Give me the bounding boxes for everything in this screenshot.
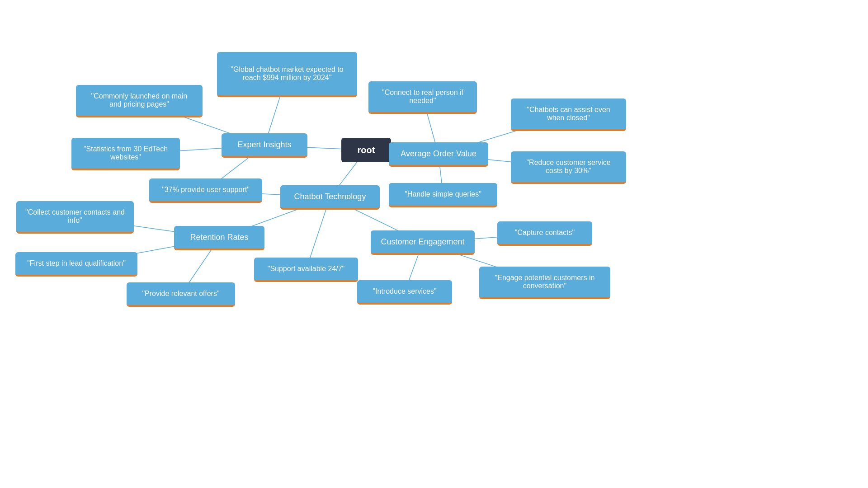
node-q_connect_real[interactable]: "Connect to real person if needed" (368, 81, 477, 114)
mind-map: rootExpert InsightsChatbot TechnologyRet… (0, 0, 868, 488)
node-q_reduce_costs[interactable]: "Reduce customer service costs by 30%" (511, 151, 626, 184)
node-q_global_chatbot[interactable]: "Global chatbot market expected to reach… (217, 52, 357, 97)
node-customer_engagement[interactable]: Customer Engagement (371, 230, 475, 255)
node-root[interactable]: root (341, 138, 391, 162)
node-q_first_step[interactable]: "First step in lead qualification" (15, 252, 137, 277)
node-q_collect_contacts[interactable]: "Collect customer contacts and info" (16, 201, 134, 234)
node-q_capture_contacts[interactable]: "Capture contacts" (497, 221, 592, 246)
node-expert_insights[interactable]: Expert Insights (222, 133, 307, 158)
node-chatbot_technology[interactable]: Chatbot Technology (280, 185, 380, 210)
node-q_commonly_launched[interactable]: "Commonly launched on main and pricing p… (76, 85, 203, 117)
node-q_statistics[interactable]: "Statistics from 30 EdTech websites" (71, 138, 180, 170)
node-q_support_247[interactable]: "Support available 24/7" (254, 258, 358, 282)
node-q_chatbots_assist[interactable]: "Chatbots can assist even when closed" (511, 99, 626, 131)
node-retention_rates[interactable]: Retention Rates (174, 226, 264, 250)
node-q_provide_offers[interactable]: "Provide relevant offers" (127, 282, 235, 307)
node-q_engage_customers[interactable]: "Engage potential customers in conversat… (479, 267, 610, 299)
node-average_order_value[interactable]: Average Order Value (389, 142, 488, 167)
node-q_handle_simple[interactable]: "Handle simple queries" (389, 183, 497, 207)
node-q_37percent[interactable]: "37% provide user support" (149, 178, 262, 203)
node-q_introduce_services[interactable]: "Introduce services" (357, 280, 452, 305)
